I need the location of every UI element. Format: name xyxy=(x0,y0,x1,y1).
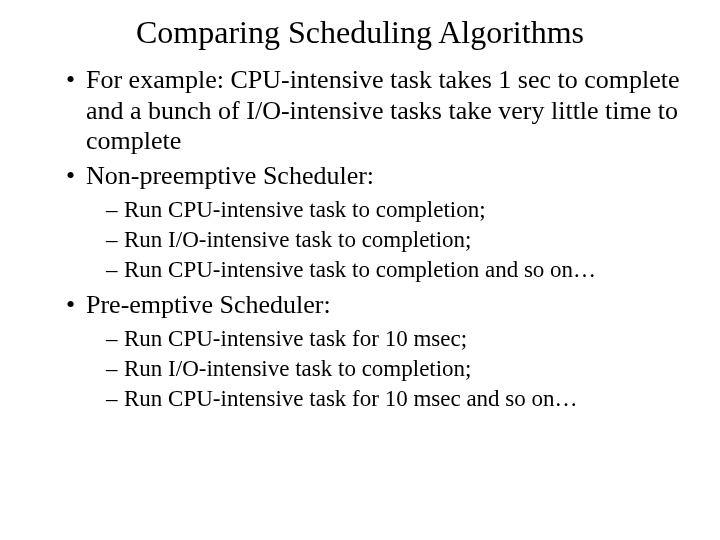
bullet-item: •For example: CPU-intensive task takes 1… xyxy=(30,65,690,157)
sub-bullet-item: –Run CPU-intensive task to completion; xyxy=(30,196,690,224)
slide-title: Comparing Scheduling Algorithms xyxy=(30,14,690,51)
bullet-icon: • xyxy=(66,290,86,321)
dash-icon: – xyxy=(106,325,124,353)
bullet-text: For example: CPU-intensive task takes 1 … xyxy=(86,65,680,155)
sub-bullet-text: Run I/O-intensive task to completion; xyxy=(124,356,472,381)
bullet-item: •Non-preemptive Scheduler: xyxy=(30,161,690,192)
bullet-icon: • xyxy=(66,65,86,96)
sub-bullet-text: Run CPU-intensive task to completion; xyxy=(124,197,486,222)
sub-bullet-item: –Run CPU-intensive task for 10 msec and … xyxy=(30,385,690,413)
sub-bullet-text: Run CPU-intensive task for 10 msec and s… xyxy=(124,386,578,411)
sub-bullet-text: Run CPU-intensive task to completion and… xyxy=(124,257,596,282)
sub-bullet-text: Run CPU-intensive task for 10 msec; xyxy=(124,326,467,351)
dash-icon: – xyxy=(106,355,124,383)
bullet-text: Non-preemptive Scheduler: xyxy=(86,161,374,190)
dash-icon: – xyxy=(106,256,124,284)
dash-icon: – xyxy=(106,226,124,254)
sub-bullet-item: –Run I/O-intensive task to completion; xyxy=(30,226,690,254)
slide: Comparing Scheduling Algorithms •For exa… xyxy=(0,0,720,540)
bullet-item: •Pre-emptive Scheduler: xyxy=(30,290,690,321)
sub-bullet-text: Run I/O-intensive task to completion; xyxy=(124,227,472,252)
sub-bullet-item: –Run I/O-intensive task to completion; xyxy=(30,355,690,383)
bullet-icon: • xyxy=(66,161,86,192)
sub-bullet-item: –Run CPU-intensive task for 10 msec; xyxy=(30,325,690,353)
sub-bullet-item: –Run CPU-intensive task to completion an… xyxy=(30,256,690,284)
bullet-text: Pre-emptive Scheduler: xyxy=(86,290,331,319)
dash-icon: – xyxy=(106,385,124,413)
dash-icon: – xyxy=(106,196,124,224)
